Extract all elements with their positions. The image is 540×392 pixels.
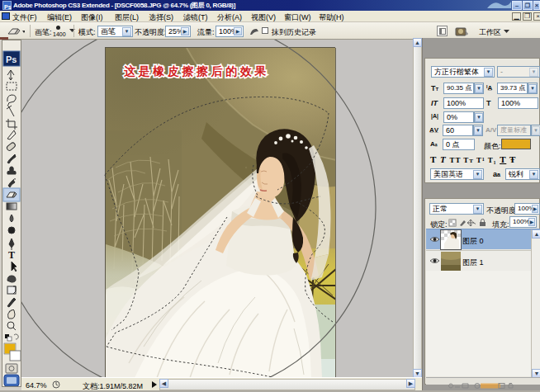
svg-text:这是橡皮擦擦后的效果: 这是橡皮擦擦后的效果 — [124, 64, 269, 78]
svg-text:Ps: Ps — [6, 54, 17, 64]
svg-text:T: T — [8, 249, 15, 261]
